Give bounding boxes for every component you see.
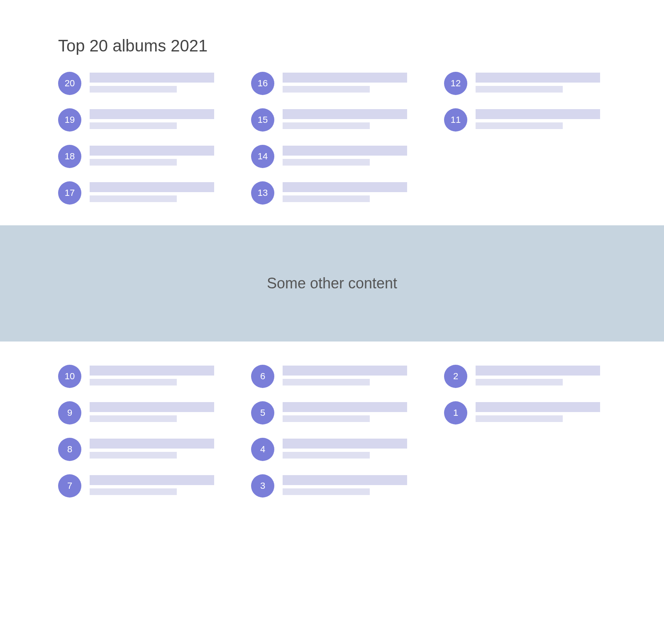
subtitle-placeholder — [90, 86, 177, 93]
item-content — [283, 474, 407, 495]
list-item: 8 — [58, 438, 220, 461]
column: 10 9 8 7 — [58, 365, 220, 498]
subtitle-placeholder — [476, 86, 563, 93]
item-content — [90, 401, 214, 422]
column: 6 5 4 3 — [251, 365, 413, 498]
rank-badge: 1 — [444, 401, 467, 424]
subtitle-placeholder — [476, 415, 563, 422]
list-item: 16 — [251, 72, 413, 95]
list-item: 18 — [58, 145, 220, 168]
subtitle-placeholder — [90, 379, 177, 385]
item-content — [476, 72, 600, 93]
list-item: 11 — [444, 108, 606, 132]
subtitle-placeholder — [90, 122, 177, 129]
title-placeholder — [283, 439, 407, 449]
subtitle-placeholder — [90, 159, 177, 166]
title-placeholder — [90, 109, 214, 119]
list-item: 3 — [251, 474, 413, 498]
item-content — [90, 181, 214, 202]
item-content — [90, 474, 214, 495]
rank-badge: 17 — [58, 181, 81, 205]
rank-badge: 10 — [58, 365, 81, 388]
title-placeholder — [283, 475, 407, 485]
item-content — [90, 145, 214, 166]
rank-badge: 6 — [251, 365, 274, 388]
title-placeholder — [283, 366, 407, 376]
item-content — [476, 108, 600, 129]
subtitle-placeholder — [283, 488, 370, 495]
title-placeholder — [476, 109, 600, 119]
title-placeholder — [90, 439, 214, 449]
column: 16 15 14 13 — [251, 72, 413, 205]
rank-badge: 18 — [58, 145, 81, 168]
column: 20 19 18 17 — [58, 72, 220, 205]
rank-badge: 2 — [444, 365, 467, 388]
rank-badge: 3 — [251, 474, 274, 498]
item-content — [283, 181, 407, 202]
list-item: 9 — [58, 401, 220, 424]
list-item: 12 — [444, 72, 606, 95]
title-placeholder — [476, 366, 600, 376]
rank-badge: 20 — [58, 72, 81, 95]
list-item: 17 — [58, 181, 220, 205]
title-placeholder — [90, 402, 214, 412]
list-section-upper: 20 19 18 17 — [0, 72, 664, 225]
title-placeholder — [283, 182, 407, 192]
title-placeholder — [90, 475, 214, 485]
rank-badge: 5 — [251, 401, 274, 424]
list-item: 1 — [444, 401, 606, 424]
list-item: 15 — [251, 108, 413, 132]
list-section-lower: 10 9 8 7 — [0, 365, 664, 518]
list-item: 10 — [58, 365, 220, 388]
list-item: 6 — [251, 365, 413, 388]
item-content — [283, 401, 407, 422]
item-content — [90, 72, 214, 93]
rank-badge: 19 — [58, 108, 81, 132]
rank-badge: 7 — [58, 474, 81, 498]
title-placeholder — [283, 402, 407, 412]
list-item: 2 — [444, 365, 606, 388]
item-content — [283, 108, 407, 129]
title-placeholder — [90, 146, 214, 156]
item-content — [90, 438, 214, 459]
rank-badge: 12 — [444, 72, 467, 95]
subtitle-placeholder — [283, 86, 370, 93]
rank-badge: 14 — [251, 145, 274, 168]
title-placeholder — [283, 109, 407, 119]
page-title: Top 20 albums 2021 — [0, 0, 664, 72]
item-content — [90, 108, 214, 129]
item-content — [283, 145, 407, 166]
item-content — [283, 365, 407, 385]
rank-badge: 16 — [251, 72, 274, 95]
list-item: 13 — [251, 181, 413, 205]
title-placeholder — [476, 402, 600, 412]
list-item: 7 — [58, 474, 220, 498]
subtitle-placeholder — [476, 122, 563, 129]
list-item: 20 — [58, 72, 220, 95]
rank-badge: 15 — [251, 108, 274, 132]
rank-badge: 9 — [58, 401, 81, 424]
subtitle-placeholder — [283, 159, 370, 166]
item-content — [283, 72, 407, 93]
banner-text: Some other content — [267, 275, 397, 292]
subtitle-placeholder — [283, 195, 370, 202]
subtitle-placeholder — [90, 452, 177, 459]
banner: Some other content — [0, 225, 664, 342]
rank-badge: 4 — [251, 438, 274, 461]
rank-badge: 11 — [444, 108, 467, 132]
title-placeholder — [90, 182, 214, 192]
title-placeholder — [90, 366, 214, 376]
list-item: 5 — [251, 401, 413, 424]
item-content — [283, 438, 407, 459]
list-item: 14 — [251, 145, 413, 168]
spacer — [0, 342, 664, 365]
item-content — [90, 365, 214, 385]
subtitle-placeholder — [283, 379, 370, 385]
title-placeholder — [90, 73, 214, 83]
subtitle-placeholder — [90, 488, 177, 495]
subtitle-placeholder — [283, 452, 370, 459]
subtitle-placeholder — [90, 415, 177, 422]
rank-badge: 13 — [251, 181, 274, 205]
subtitle-placeholder — [283, 122, 370, 129]
list-item: 4 — [251, 438, 413, 461]
